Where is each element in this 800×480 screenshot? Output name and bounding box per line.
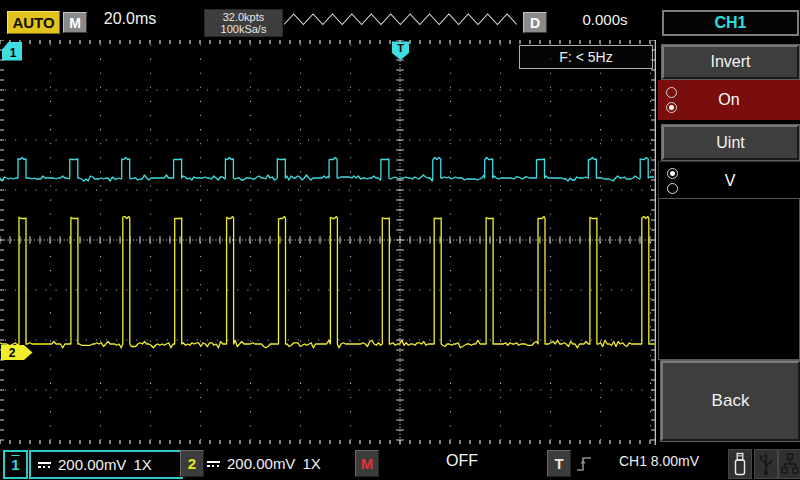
dc-coupling-icon [38, 462, 51, 468]
main-timebase-badge: M [63, 12, 87, 33]
unit-button[interactable]: Uint [662, 125, 799, 160]
grid-dots [5, 45, 653, 440]
ch2-badge[interactable]: 2 [180, 450, 204, 477]
trigger-status-badge: AUTO [7, 11, 60, 34]
math-status-value: OFF [382, 452, 542, 474]
ch2-trace [0, 217, 655, 348]
ch2-probe-value: 1X [302, 455, 320, 472]
frequency-readout: F: < 5Hz [519, 45, 653, 69]
unit-value-option[interactable]: V [658, 161, 800, 200]
ch1-scale-value: 200.00mV [58, 456, 126, 473]
grid-edge-ticks [0, 40, 655, 445]
invert-button[interactable]: Invert [662, 45, 799, 79]
dc-coupling-icon [207, 461, 220, 467]
ch1-trace [0, 158, 654, 182]
unit-value-label: V [725, 172, 736, 190]
horizontal-delay-value: 0.000s [562, 11, 648, 29]
delay-badge: D [523, 12, 547, 33]
radio-a-icon[interactable] [667, 183, 678, 194]
radio-off-icon[interactable] [666, 87, 677, 98]
empty-menu-panel [658, 198, 800, 360]
svg-text:2: 2 [9, 346, 16, 360]
trigger-level-value: CH1 8.00mV [602, 453, 716, 473]
memory-depth-value: 32.0kpts [223, 11, 265, 23]
top-status-bar: AUTO M 20.0ms 32.0kpts 100kSa/s D 0.000s… [0, 0, 800, 38]
radio-v-icon[interactable] [667, 168, 678, 179]
ch2-settings-box[interactable]: 200.00mV 1X [207, 450, 347, 477]
invert-value-label: On [718, 91, 739, 109]
svg-text:T: T [397, 42, 404, 54]
active-menu-title: CH1 [662, 10, 799, 36]
ch1-position-marker[interactable]: 1 [2, 42, 22, 61]
rising-edge-icon [574, 451, 596, 477]
lan-icon [778, 449, 800, 479]
trigger-badge[interactable]: T [547, 450, 571, 477]
math-badge[interactable]: M [355, 450, 379, 477]
unit-radio-group [667, 162, 678, 199]
ch1-number-inverted: 1 [11, 456, 19, 473]
memory-waveform-icon [284, 12, 518, 27]
ch1-badge[interactable]: 1 [3, 450, 28, 479]
acquisition-info-box: 32.0kpts 100kSa/s [204, 9, 283, 37]
invert-radio-group [666, 80, 677, 120]
oscilloscope-screen: AUTO M 20.0ms 32.0kpts 100kSa/s D 0.000s… [0, 0, 800, 480]
sample-rate-value: 100kSa/s [221, 23, 267, 35]
grid-center-axes [0, 40, 655, 445]
invert-on-option[interactable]: On [658, 80, 800, 120]
graticule: 1 2 T [0, 40, 656, 446]
timebase-value: 20.0ms [90, 10, 170, 30]
usb-device-icon [728, 449, 752, 479]
back-button[interactable]: Back [661, 361, 800, 441]
ch1-settings-box[interactable]: 200.00mV 1X [29, 450, 183, 479]
svg-text:1: 1 [10, 46, 17, 60]
ch2-scale-value: 200.00mV [227, 455, 295, 472]
ch1-probe-value: 1X [133, 456, 151, 473]
trigger-position-marker[interactable]: T [392, 42, 409, 61]
radio-on-icon[interactable] [666, 102, 677, 113]
ch2-position-marker[interactable]: 2 [1, 345, 33, 360]
usb-host-icon [754, 449, 778, 479]
